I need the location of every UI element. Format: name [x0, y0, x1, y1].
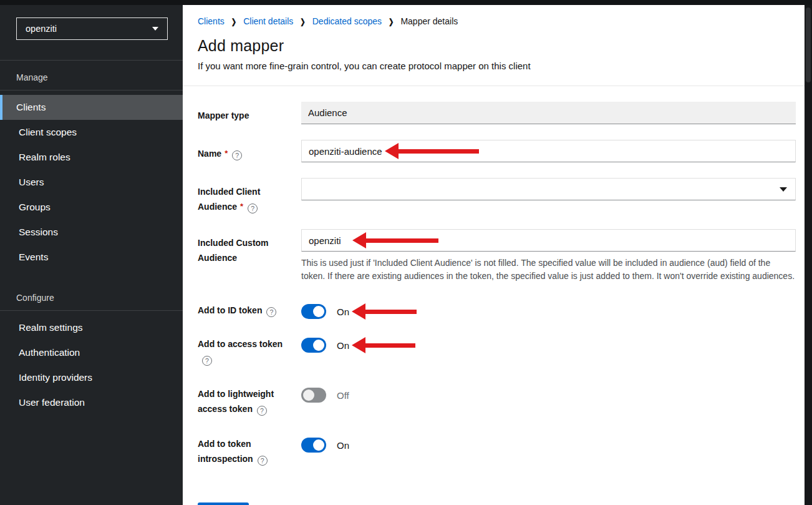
help-icon[interactable]: ? [232, 150, 242, 160]
sidebar-item-events[interactable]: Events [0, 245, 183, 270]
mapper-type-field [301, 102, 796, 124]
sidebar-item-realm-settings[interactable]: Realm settings [0, 315, 183, 340]
breadcrumb-separator-icon: ❯ [389, 17, 394, 26]
required-asterisk: * [225, 149, 228, 158]
name-input[interactable] [301, 140, 796, 162]
sidebar-item-authentication[interactable]: Authentication [0, 340, 183, 365]
sidebar-item-identity-providers[interactable]: Identity providers [0, 365, 183, 390]
annotation-arrow [352, 303, 417, 320]
breadcrumb-separator-icon: ❯ [300, 17, 305, 26]
help-icon[interactable]: ? [258, 456, 268, 466]
add-to-id-token-toggle[interactable] [301, 304, 326, 319]
add-to-lightweight-access-token-toggle[interactable] [301, 388, 326, 403]
required-asterisk: * [240, 202, 243, 211]
breadcrumb: Clients ❯ Client details ❯ Dedicated sco… [198, 16, 790, 26]
breadcrumb-separator-icon: ❯ [231, 17, 236, 26]
sidebar-item-sessions[interactable]: Sessions [0, 220, 183, 245]
save-button[interactable]: Save [198, 503, 249, 505]
included-custom-audience-label: Included Custom Audience [198, 229, 301, 265]
breadcrumb-current: Mapper details [400, 16, 458, 26]
name-label: Name*? [198, 140, 301, 161]
mapper-type-label: Mapper type [198, 102, 301, 123]
included-client-audience-label: Included Client Audience*? [198, 178, 301, 214]
sidebar-item-user-federation[interactable]: User federation [0, 390, 183, 415]
toggle-state-text: On [337, 440, 349, 451]
add-to-id-token-row: Add to ID token? On [198, 302, 796, 319]
sidebar-item-realm-roles[interactable]: Realm roles [0, 145, 183, 170]
sidebar-section-configure: Configure [0, 281, 183, 311]
sidebar-gap [0, 270, 183, 281]
breadcrumb-clients[interactable]: Clients [198, 16, 225, 26]
window-top-strip [0, 0, 812, 5]
breadcrumb-client-details[interactable]: Client details [243, 16, 293, 26]
annotation-arrow [352, 337, 415, 353]
included-custom-audience-helper: This is used just if 'Included Client Au… [301, 257, 796, 283]
add-to-token-introspection-row: Add to token introspection? On [198, 435, 796, 466]
realm-selector-value: openziti [26, 24, 57, 34]
add-to-id-token-label: Add to ID token? [198, 302, 301, 318]
sidebar-item-client-scopes[interactable]: Client scopes [0, 120, 183, 145]
sidebar-configure-list: Realm settings Authentication Identity p… [0, 311, 183, 415]
caret-down-icon [780, 187, 787, 192]
add-to-access-token-row: Add to access token? On [198, 335, 796, 366]
help-icon[interactable]: ? [257, 406, 267, 416]
sidebar-item-groups[interactable]: Groups [0, 195, 183, 220]
toggle-state-text: On [337, 340, 349, 351]
page-subtitle: If you want more fine-grain control, you… [198, 61, 790, 71]
sidebar-item-clients[interactable]: Clients [0, 95, 183, 120]
help-icon[interactable]: ? [248, 203, 258, 213]
caret-down-icon [152, 27, 158, 31]
add-to-access-token-label: Add to access token? [198, 335, 301, 366]
form-actions: Save Cancel [198, 503, 796, 505]
scrollbar-thumb[interactable] [806, 7, 811, 82]
toggle-state-text: Off [337, 390, 349, 401]
help-icon[interactable]: ? [266, 307, 276, 317]
page-header: Clients ❯ Client details ❯ Dedicated sco… [183, 5, 805, 86]
add-to-token-introspection-label: Add to token introspection? [198, 435, 301, 466]
included-custom-audience-input[interactable] [301, 229, 796, 252]
add-to-access-token-toggle[interactable] [301, 338, 326, 353]
included-custom-audience-row: Included Custom Audience This is used ju… [198, 229, 796, 283]
toggle-state-text: On [337, 306, 349, 317]
sidebar-manage-list: Clients Client scopes Realm roles Users … [0, 91, 183, 270]
sidebar-section-manage: Manage [0, 61, 183, 91]
main-content: Clients ❯ Client details ❯ Dedicated sco… [183, 5, 805, 505]
realm-selector-dropdown[interactable]: openziti [16, 17, 168, 40]
add-to-lightweight-access-token-row: Add to lightweight access token? Off [198, 385, 796, 416]
add-to-lightweight-access-token-label: Add to lightweight access token? [198, 385, 301, 416]
vertical-scrollbar[interactable] [805, 5, 812, 505]
included-client-audience-select[interactable] [301, 178, 796, 200]
add-to-token-introspection-toggle[interactable] [301, 438, 326, 453]
sidebar-item-users[interactable]: Users [0, 170, 183, 195]
included-client-audience-row: Included Client Audience*? [198, 178, 796, 214]
add-mapper-form: Mapper type Name*? Included Client Audie… [183, 86, 805, 505]
help-icon[interactable]: ? [202, 356, 212, 366]
sidebar: openziti Manage Clients Client scopes Re… [0, 5, 183, 505]
breadcrumb-dedicated-scopes[interactable]: Dedicated scopes [312, 16, 382, 26]
mapper-type-row: Mapper type [198, 102, 796, 124]
page-title: Add mapper [198, 37, 790, 55]
name-row: Name*? [198, 140, 796, 162]
